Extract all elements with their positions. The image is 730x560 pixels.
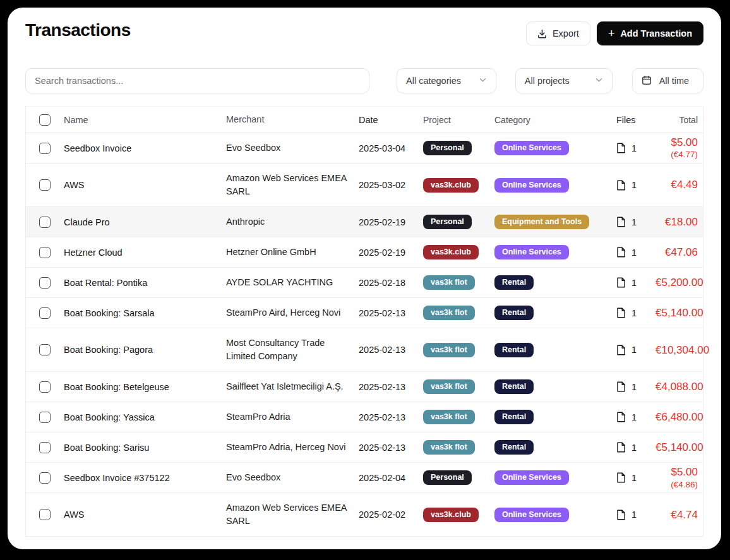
project-badge: vas3k flot [423,379,475,394]
file-icon [616,307,626,318]
page-title: Transactions [25,19,131,40]
row-checkbox[interactable] [39,509,51,520]
table-row[interactable]: Boat Booking: Sarsala SteamPro Aird, Her… [26,298,703,328]
project-badge: Personal [423,470,472,485]
project-badge: Personal [423,215,472,229]
transaction-total-converted: (€4.77) [655,149,698,160]
search-box[interactable] [25,68,369,93]
transaction-merchant: SteamPro Adria, Herceg Novi [226,432,359,462]
transaction-total: €5,200.00 [655,276,703,289]
row-checkbox[interactable] [39,277,51,289]
table-header-row: Name Merchant Date Project Category File… [26,107,703,133]
files-count: 1 [631,247,637,258]
file-icon [616,143,626,153]
files-cell: 1 [616,472,655,483]
table-row[interactable]: Hetzner Cloud Hetzner Online GmbH 2025-0… [26,237,703,268]
transaction-merchant: AYDE SOLAR YACHTING [226,268,359,297]
transaction-date: 2025-02-13 [359,345,423,355]
row-checkbox[interactable] [39,472,51,484]
transaction-name: AWS [64,172,226,198]
transaction-merchant: Anthropic [226,207,359,237]
transactions-table: Name Merchant Date Project Category File… [25,106,703,537]
files-count: 1 [631,382,637,392]
transaction-name: Hetzner Cloud [64,239,226,266]
category-badge: Online Services [494,141,569,155]
transaction-total: $5.00 [655,136,698,149]
category-badge: Equipment and Tools [494,215,589,229]
transaction-date: 2025-03-04 [359,143,423,153]
projects-filter[interactable]: All projects [515,68,613,93]
select-all-checkbox[interactable] [39,114,51,126]
calendar-icon [642,75,652,87]
table-body: Seedbox Invoice Evo Seedbox 2025-03-04 P… [26,133,703,537]
file-icon [616,247,626,258]
category-badge: Online Services [494,470,569,485]
row-checkbox[interactable] [39,179,51,191]
files-cell: 1 [616,217,655,227]
files-count: 1 [631,473,637,483]
export-button[interactable]: Export [526,21,590,45]
row-checkbox[interactable] [39,412,51,423]
transaction-date: 2025-02-13 [359,308,423,318]
transaction-merchant: SteamPro Aird, Herceg Novi [226,298,359,328]
table-row[interactable]: AWS Amazon Web Services EMEA SARL 2025-0… [26,493,703,537]
row-checkbox[interactable] [39,442,51,453]
files-cell: 1 [616,381,655,392]
row-checkbox[interactable] [39,247,51,258]
add-transaction-button[interactable]: + Add Transaction [597,21,703,45]
row-checkbox[interactable] [39,344,51,355]
row-checkbox[interactable] [39,217,51,228]
row-checkbox[interactable] [39,307,51,319]
project-badge: vas3k.club [423,178,479,193]
transaction-name: Claude Pro [64,209,226,235]
categories-filter[interactable]: All categories [397,68,496,93]
table-row[interactable]: Boat Booking: Sarisu SteamPro Adria, Her… [26,432,703,463]
transaction-merchant: SteamPro Adria [226,402,359,432]
transaction-merchant: Hetzner Online GmbH [226,237,359,267]
table-row[interactable]: Boat Booking: Yassica SteamPro Adria 202… [26,402,703,432]
table-row[interactable]: AWS Amazon Web Services EMEA SARL 2025-0… [26,164,703,207]
transaction-total: €4,088.00 [655,380,703,393]
time-range-filter[interactable]: All time [632,68,703,93]
file-icon [616,277,626,288]
transaction-name: Seedbox Invoice [64,135,226,162]
column-header-merchant: Merchant [226,113,359,126]
files-cell: 1 [616,412,655,422]
transaction-date: 2025-02-04 [359,473,423,483]
table-row[interactable]: Boat Rental: Pontika AYDE SOLAR YACHTING… [26,268,703,298]
files-count: 1 [631,509,637,520]
transaction-total: €47.06 [655,246,698,259]
files-cell: 1 [616,307,655,318]
file-icon [616,345,626,355]
transaction-total-converted: (€4.86) [655,479,698,491]
page-header: Transactions Export + Add Transaction [25,19,703,45]
export-button-label: Export [553,28,579,39]
transaction-total: €6,480.00 [655,410,703,424]
file-icon [616,442,626,453]
transaction-total: €4.74 [655,508,698,521]
column-header-category: Category [494,115,616,125]
category-badge: Rental [494,275,534,290]
search-input[interactable] [35,76,360,86]
transaction-name: AWS [64,501,226,528]
transaction-total: €18.00 [655,215,698,229]
transaction-merchant: Amazon Web Services EMEA SARL [226,164,359,206]
file-icon [616,412,626,422]
add-transaction-label: Add Transaction [620,28,692,39]
files-count: 1 [631,217,637,227]
table-row[interactable]: Boat Booking: Betelgeuse Sailfleet Yat I… [26,372,703,402]
table-row[interactable]: Seedbox Invoice Evo Seedbox 2025-03-04 P… [26,133,703,164]
transaction-date: 2025-02-18 [359,278,423,288]
table-row[interactable]: Boat Booking: Pagora Most Consultancy Tr… [26,328,703,372]
transaction-date: 2025-02-13 [359,382,423,392]
row-checkbox[interactable] [39,381,51,393]
row-checkbox[interactable] [39,143,51,154]
category-badge: Rental [494,440,534,455]
project-badge: vas3k flot [423,275,475,290]
table-row[interactable]: Claude Pro Anthropic 2025-02-19 Personal… [26,207,703,237]
chevron-down-icon [479,76,487,86]
table-row[interactable]: Seedbox Invoice #375122 Evo Seedbox 2025… [26,463,703,493]
project-badge: vas3k.club [423,245,479,259]
files-count: 1 [631,143,637,153]
files-cell: 1 [616,277,655,288]
